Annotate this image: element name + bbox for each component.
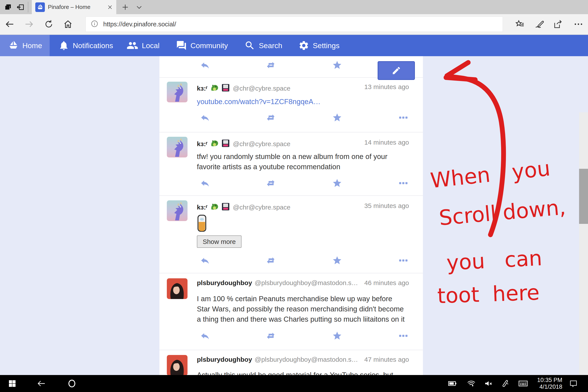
show-more-button[interactable]: Show more [197, 236, 242, 248]
boost-icon[interactable] [266, 60, 276, 70]
dragon-custom-emoji [210, 202, 219, 213]
chat-bubbles-icon [176, 40, 187, 51]
more-options-icon[interactable] [398, 256, 408, 266]
set-tabs-aside-icon[interactable] [16, 2, 26, 12]
gear-icon [298, 40, 309, 51]
reply-icon[interactable] [200, 112, 210, 122]
reply-icon[interactable] [200, 331, 210, 341]
avatar[interactable] [167, 137, 188, 158]
taskbar-back-button[interactable] [34, 375, 49, 392]
cortana-search-button[interactable] [64, 375, 80, 392]
boost-icon[interactable] [266, 331, 276, 341]
volume-muted-icon[interactable] [481, 375, 496, 392]
avatar[interactable] [167, 200, 188, 221]
post: plsburydoughboy@plsburydoughboy@mastodon… [160, 273, 423, 350]
new-tab-button[interactable] [120, 2, 130, 12]
browser-tab[interactable]: Pinafore – Home [32, 0, 116, 14]
display-name[interactable]: kз:ʳ@chr@cybre.space [197, 83, 290, 94]
timestamp[interactable]: 46 minutes ago [364, 279, 409, 286]
share-icon[interactable] [552, 18, 564, 30]
more-options-icon[interactable] [398, 331, 408, 341]
favorite-star-icon[interactable] [332, 178, 342, 188]
home-button[interactable] [62, 18, 74, 30]
forward-button[interactable] [23, 18, 35, 30]
scrollbar-thumb[interactable] [579, 169, 588, 224]
wifi-icon[interactable] [464, 375, 479, 392]
boost-icon[interactable] [266, 112, 276, 122]
timestamp[interactable]: 13 minutes ago [364, 83, 409, 90]
display-name[interactable]: kз:ʳ@chr@cybre.space [197, 202, 290, 213]
display-name-text: plsburydoughboy [197, 356, 252, 363]
home-boat-icon [8, 40, 19, 51]
nav-item-settings[interactable]: Settings [298, 35, 340, 56]
tab-close-icon[interactable] [107, 4, 113, 10]
battery-icon[interactable] [445, 375, 460, 392]
favorite-star-icon[interactable] [332, 112, 342, 122]
nav-item-search[interactable]: Search [244, 35, 282, 56]
jar-custom-emoji [197, 214, 206, 233]
taskbar-clock[interactable]: 10:35 PM 4/1/2018 [537, 377, 562, 390]
timeline-area: kз:ʳ@chr@cybre.space 13 minutes ago yout… [0, 56, 588, 375]
handle[interactable]: @plsburydoughboy@mastodon.s… [254, 279, 358, 286]
reply-icon[interactable] [200, 256, 210, 266]
nav-label-settings: Settings [313, 42, 340, 50]
handle[interactable]: @chr@cybre.space [233, 140, 290, 148]
pinafore-favicon-icon [35, 2, 45, 12]
dragon-avatar-image [167, 200, 188, 221]
action-center-icon[interactable] [566, 375, 581, 392]
nav-item-notifications[interactable]: Notifications [58, 35, 113, 56]
boost-icon[interactable] [266, 256, 276, 266]
nav-label-local: Local [142, 42, 160, 50]
pen-icon[interactable] [498, 375, 513, 392]
avatar[interactable] [167, 82, 188, 102]
display-name-text: kз:ʳ [197, 204, 208, 211]
post: kз:ʳ@chr@cybre.space 14 minutes ago tfw!… [160, 132, 423, 196]
handle[interactable]: @plsburydoughboy@mastodon.s… [254, 356, 358, 363]
timestamp[interactable]: 47 minutes ago [364, 356, 409, 363]
pinafore-nav-bar: Home Notifications Local Community Searc… [0, 35, 588, 56]
post-link[interactable]: youtube.com/watch?v=1ZCF8ngqeA… [197, 98, 320, 106]
display-name[interactable]: plsburydoughboy@plsburydoughboy@mastodon… [197, 279, 358, 286]
more-options-icon[interactable] [398, 178, 408, 188]
nav-item-local[interactable]: Local [126, 35, 160, 56]
nav-item-community[interactable]: Community [176, 35, 228, 56]
avatar[interactable] [167, 278, 188, 299]
people-icon [126, 40, 138, 52]
nav-label-notifications: Notifications [73, 42, 113, 50]
floppy-disk-emoji [221, 83, 230, 94]
touch-keyboard-icon[interactable] [516, 375, 531, 392]
tab-preview-chevron-icon[interactable] [134, 2, 144, 12]
post-body: tfw! you randomly stumble on a new album… [197, 151, 406, 172]
refresh-button[interactable] [43, 18, 55, 30]
more-options-icon[interactable] [398, 112, 408, 122]
floppy-disk-emoji [221, 202, 230, 213]
favorite-star-icon[interactable] [332, 60, 342, 70]
timestamp[interactable]: 35 minutes ago [364, 202, 409, 210]
handle[interactable]: @chr@cybre.space [233, 85, 290, 92]
back-button[interactable] [4, 18, 16, 30]
boost-icon[interactable] [266, 178, 276, 188]
floppy-disk-emoji [221, 139, 230, 150]
timestamp[interactable]: 14 minutes ago [364, 139, 409, 146]
clock-time: 10:35 PM [537, 377, 562, 384]
reply-icon[interactable] [200, 178, 210, 188]
reply-icon[interactable] [200, 60, 210, 70]
display-name-text: plsburydoughboy [197, 279, 252, 286]
scrollbar[interactable] [579, 112, 588, 392]
avatar[interactable] [167, 355, 188, 376]
favorite-star-icon[interactable] [332, 256, 342, 266]
browser-toolbar: https://dev.pinafore.social/ [0, 14, 588, 35]
display-name[interactable]: plsburydoughboy@plsburydoughboy@mastodon… [197, 356, 358, 363]
address-bar[interactable]: https://dev.pinafore.social/ [86, 16, 503, 32]
site-info-icon[interactable] [90, 20, 98, 28]
tabs-set-aside-preview-icon[interactable] [3, 2, 13, 12]
windows-ink-icon[interactable] [533, 18, 546, 30]
display-name[interactable]: kз:ʳ@chr@cybre.space [197, 139, 290, 150]
bell-icon [58, 40, 69, 51]
nav-item-home[interactable]: Home [0, 35, 50, 56]
favorite-star-icon[interactable] [332, 331, 342, 341]
start-button[interactable] [4, 375, 20, 392]
favorites-hub-icon[interactable] [514, 18, 526, 30]
more-menu-icon[interactable] [572, 18, 584, 30]
handle[interactable]: @chr@cybre.space [233, 204, 290, 211]
